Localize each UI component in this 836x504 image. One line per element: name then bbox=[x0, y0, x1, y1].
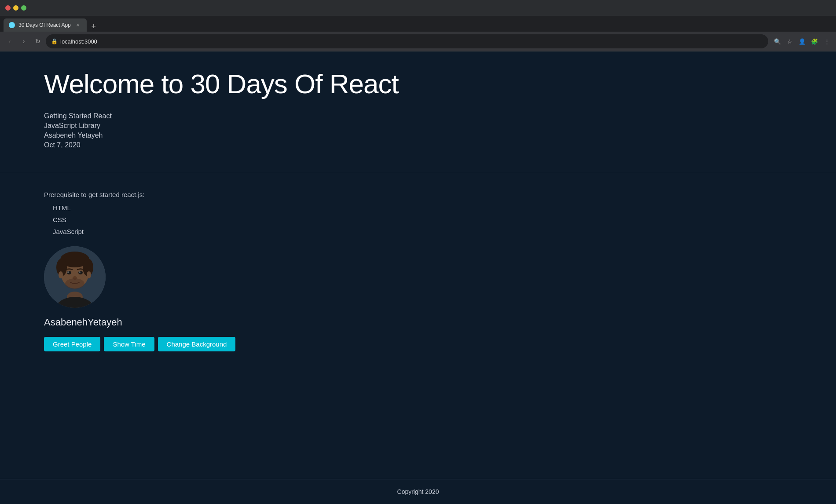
author-credit: Asabeneh Yetayeh bbox=[44, 131, 792, 139]
date-text: Oct 7, 2020 bbox=[44, 141, 792, 149]
prereq-html: HTML bbox=[53, 202, 792, 214]
page-content: Welcome to 30 Days Of React Getting Star… bbox=[0, 51, 836, 504]
back-button[interactable]: ‹ bbox=[4, 35, 16, 47]
avatar bbox=[44, 246, 106, 308]
avatar-container bbox=[44, 246, 792, 308]
bookmark-button[interactable]: ☆ bbox=[784, 36, 796, 47]
prerequisite-label: Prerequisite to get started react.js: bbox=[44, 191, 792, 198]
change-background-button[interactable]: Change Background bbox=[158, 337, 236, 351]
lock-icon: 🔒 bbox=[51, 38, 58, 44]
menu-button[interactable]: ⋮ bbox=[821, 36, 832, 47]
window-controls bbox=[5, 5, 26, 11]
extensions-button[interactable]: 🧩 bbox=[809, 36, 820, 47]
title-bar bbox=[0, 0, 836, 16]
tab-favicon bbox=[9, 22, 15, 28]
subtitle-js-library: JavaScript Library bbox=[44, 122, 792, 130]
page-footer: Copyright 2020 bbox=[0, 479, 836, 504]
avatar-image bbox=[44, 246, 106, 308]
subtitle-getting-started: Getting Started React bbox=[44, 112, 792, 120]
profile-button[interactable]: 👤 bbox=[796, 36, 808, 47]
svg-point-14 bbox=[87, 271, 91, 278]
svg-point-12 bbox=[65, 278, 84, 289]
copyright-text: Copyright 2020 bbox=[397, 488, 439, 495]
forward-button[interactable]: › bbox=[18, 35, 30, 47]
prerequisites-list: HTML CSS JavaScript bbox=[53, 202, 792, 237]
toolbar-actions: 🔍 ☆ 👤 🧩 ⋮ bbox=[772, 36, 832, 47]
tabs-bar: 30 Days Of React App × + bbox=[0, 16, 836, 32]
prereq-javascript: JavaScript bbox=[53, 226, 792, 237]
greet-people-button[interactable]: Greet People bbox=[44, 337, 100, 351]
svg-point-9 bbox=[67, 271, 69, 273]
hero-title: Welcome to 30 Days Of React bbox=[44, 69, 792, 99]
buttons-row: Greet People Show Time Change Background bbox=[44, 337, 792, 351]
address-bar[interactable]: 🔒 localhost:3000 bbox=[46, 34, 768, 48]
active-tab[interactable]: 30 Days Of React App × bbox=[4, 18, 87, 32]
browser-toolbar: ‹ › ↻ 🔒 localhost:3000 🔍 ☆ 👤 🧩 ⋮ bbox=[0, 32, 836, 51]
hero-section: Welcome to 30 Days Of React Getting Star… bbox=[0, 51, 836, 164]
tab-close-button[interactable]: × bbox=[74, 22, 81, 29]
author-name: AsabenehYetayeh bbox=[44, 317, 792, 328]
zoom-button[interactable]: 🔍 bbox=[772, 36, 783, 47]
window-maximize-button[interactable] bbox=[21, 5, 26, 11]
url-text: localhost:3000 bbox=[60, 38, 763, 45]
window-close-button[interactable] bbox=[5, 5, 11, 11]
svg-point-13 bbox=[59, 271, 63, 278]
window-minimize-button[interactable] bbox=[13, 5, 18, 11]
content-section: Prerequisite to get started react.js: HT… bbox=[0, 182, 836, 360]
svg-point-10 bbox=[79, 271, 81, 273]
section-divider bbox=[0, 173, 836, 173]
show-time-button[interactable]: Show Time bbox=[104, 337, 154, 351]
prereq-css: CSS bbox=[53, 214, 792, 226]
browser-chrome: 30 Days Of React App × + ‹ › ↻ 🔒 localho… bbox=[0, 0, 836, 51]
reload-button[interactable]: ↻ bbox=[32, 35, 44, 47]
tab-title: 30 Days Of React App bbox=[18, 22, 71, 28]
new-tab-button[interactable]: + bbox=[88, 21, 99, 32]
page-main: Welcome to 30 Days Of React Getting Star… bbox=[0, 51, 836, 479]
